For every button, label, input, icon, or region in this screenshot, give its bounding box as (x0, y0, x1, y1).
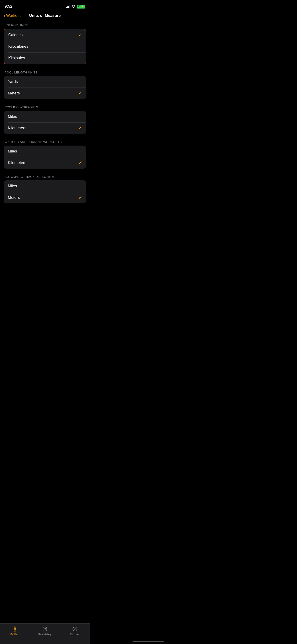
option-label: Miles (8, 114, 17, 119)
option-label: Meters (8, 91, 20, 96)
page-title: Units of Measure (29, 13, 61, 18)
option-label: Meters (8, 195, 20, 200)
option-label: Calories (8, 33, 22, 37)
option-group-walking-running: MilesKilometers✓ (4, 146, 86, 168)
section-label-energy-units: ENERGY UNITS (0, 24, 90, 29)
checkmark-icon: ✓ (78, 32, 82, 38)
section-energy-units: ENERGY UNITSCalories✓KilocaloriesKilojou… (0, 24, 90, 64)
nav-header: ‹ Workout Units of Measure (0, 12, 90, 22)
option-row[interactable]: Miles (4, 180, 86, 192)
option-label: Kilocalories (8, 44, 28, 49)
back-button[interactable]: ‹ Workout (4, 13, 21, 18)
section-label-auto-track: AUTOMATIC TRACK DETECTION (0, 175, 90, 180)
section-cycling: CYCLING WORKOUTSMilesKilometers✓ (0, 106, 90, 134)
section-label-cycling: CYCLING WORKOUTS (0, 106, 90, 111)
option-group-cycling: MilesKilometers✓ (4, 111, 86, 134)
option-label: Kilometers (8, 160, 26, 165)
option-row[interactable]: Kilocalories (4, 41, 86, 52)
status-bar: 9:52 97 ⚡ (0, 0, 90, 12)
section-pool-length: POOL LENGTH UNITSYardsMeters✓ (0, 71, 90, 99)
content: ENERGY UNITSCalories✓KilocaloriesKilojou… (0, 22, 90, 233)
option-group-auto-track: MilesMeters✓ (4, 180, 86, 204)
option-label: Miles (8, 149, 17, 154)
option-row[interactable]: Meters✓ (4, 88, 86, 99)
option-row[interactable]: Yards (4, 76, 86, 88)
section-label-pool-length: POOL LENGTH UNITS (0, 71, 90, 76)
checkmark-icon: ✓ (78, 195, 82, 200)
option-row[interactable]: Miles (4, 146, 86, 157)
status-icons: 97 ⚡ (66, 4, 85, 8)
checkmark-icon: ✓ (78, 160, 82, 166)
option-row[interactable]: Kilometers✓ (4, 157, 86, 168)
section-auto-track: AUTOMATIC TRACK DETECTIONMilesMeters✓ (0, 175, 90, 204)
checkmark-icon: ✓ (78, 91, 82, 96)
section-walking-running: WALKING AND RUNNING WORKOUTSMilesKilomet… (0, 140, 90, 168)
option-group-energy-units: Calories✓KilocaloriesKilojoules (4, 29, 86, 64)
option-row[interactable]: Kilojoules (4, 52, 86, 64)
signal-icon (66, 5, 70, 8)
option-row[interactable]: Calories✓ (4, 29, 86, 41)
option-label: Miles (8, 184, 17, 188)
back-chevron-icon: ‹ (4, 13, 5, 18)
battery-indicator: 97 ⚡ (77, 4, 85, 8)
option-row[interactable]: Meters✓ (4, 192, 86, 204)
option-label: Kilojoules (8, 56, 25, 60)
battery-bolt-icon: ⚡ (81, 5, 84, 8)
section-label-walking-running: WALKING AND RUNNING WORKOUTS (0, 140, 90, 146)
checkmark-icon: ✓ (78, 126, 82, 130)
wifi-icon (72, 4, 75, 8)
option-row[interactable]: Kilometers✓ (4, 122, 86, 134)
status-time: 9:52 (4, 4, 12, 9)
option-row[interactable]: Miles (4, 111, 86, 122)
option-label: Yards (8, 80, 18, 84)
option-label: Kilometers (8, 126, 26, 130)
option-group-pool-length: YardsMeters✓ (4, 76, 86, 99)
